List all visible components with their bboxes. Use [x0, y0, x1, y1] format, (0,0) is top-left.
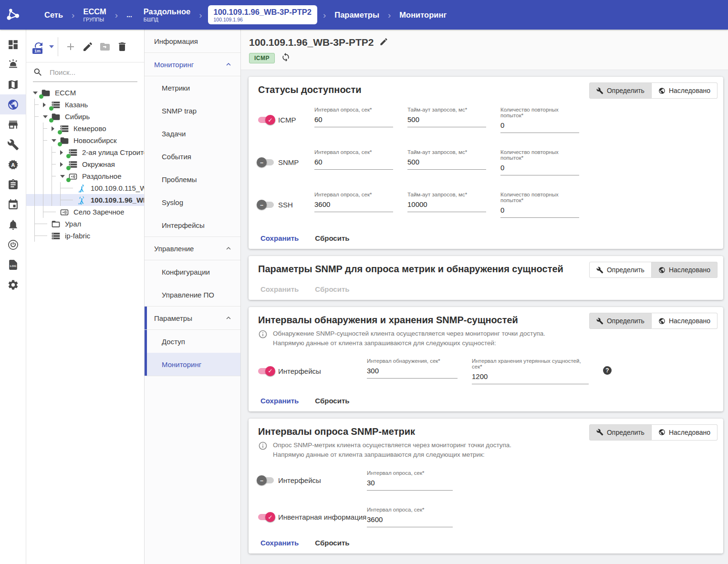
rail-network-globe-icon[interactable]: [0, 94, 26, 114]
menu-dostup[interactable]: Доступ: [145, 330, 240, 353]
breadcrumb-net[interactable]: Сеть: [40, 10, 68, 20]
tree-node-selo-zarechnoe[interactable]: Село Заречное: [26, 206, 144, 218]
rail-settings-icon[interactable]: [0, 275, 26, 295]
menu-interfeysy[interactable]: Интерфейсы: [145, 214, 240, 236]
tree-node-okruzhnaya[interactable]: Окружная: [26, 158, 144, 170]
timeout-input[interactable]: [407, 198, 486, 212]
inherit-button[interactable]: Наследовано: [652, 82, 718, 99]
tree-node-novosibirsk[interactable]: Новосибирск: [26, 134, 144, 146]
rail-alarms-icon[interactable]: [0, 54, 26, 74]
retention-interval-input[interactable]: [472, 370, 589, 384]
menu-konfiguracii[interactable]: Конфигурации: [145, 260, 240, 283]
breadcrumb-ellipsis[interactable]: ...: [122, 11, 137, 19]
breadcrumb-section[interactable]: Параметры: [330, 10, 384, 20]
rail-tasks-clipboard-icon[interactable]: [0, 174, 26, 195]
tree-node-kemerovo[interactable]: Кемерово: [26, 123, 144, 134]
retries-input[interactable]: [500, 161, 579, 175]
menu-sobytiya[interactable]: События: [145, 145, 240, 168]
tree-node-ural[interactable]: Урал: [26, 218, 144, 230]
collapse-icon[interactable]: [33, 92, 41, 94]
menu-monitoring-section[interactable]: Мониторинг: [145, 53, 240, 76]
collapse-icon[interactable]: [43, 115, 51, 118]
rail-notifications-icon[interactable]: [0, 215, 26, 235]
poll-interval-input[interactable]: [314, 113, 393, 127]
tree-node-sibir[interactable]: Сибирь: [26, 111, 144, 123]
icmp-toggle[interactable]: ✓: [258, 117, 274, 123]
menu-upravlenie-po[interactable]: Управление ПО: [145, 283, 240, 306]
add-node-button[interactable]: [65, 41, 76, 52]
menu-syslog[interactable]: Syslog: [145, 191, 240, 214]
reset-button[interactable]: Сбросить: [315, 234, 349, 242]
breadcrumb-page[interactable]: Мониторинг: [395, 10, 451, 20]
menu-monitoring-selected[interactable]: Мониторинг: [145, 353, 240, 376]
app-logo[interactable]: [0, 0, 26, 30]
tree-node-ap-device[interactable]: 100.109.0.115_WB-3: [26, 182, 144, 194]
tree-node-sta-device-selected[interactable]: 100.109.1.96_WB-3P: [26, 194, 144, 206]
tree-node-stroiteley[interactable]: 2-ая улица Строител: [26, 146, 144, 158]
timeout-input[interactable]: [407, 113, 486, 127]
snmp-toggle[interactable]: –: [258, 159, 274, 165]
refresh-dropdown-icon[interactable]: [49, 45, 54, 48]
edit-node-button[interactable]: [82, 41, 94, 52]
poll-interval-input[interactable]: [367, 476, 453, 491]
retries-input[interactable]: [500, 204, 579, 218]
timeout-input[interactable]: [407, 155, 486, 170]
breadcrumb: Сеть › ЕССМ ГРУППЫ › ... Раздольное БШПД…: [40, 5, 451, 25]
save-button[interactable]: Сохранить: [260, 397, 299, 405]
menu-metriki[interactable]: Метрики: [145, 76, 240, 99]
search-input[interactable]: [50, 68, 137, 76]
poll-interval-input[interactable]: [367, 513, 453, 527]
rail-power-icon[interactable]: [0, 235, 26, 255]
reset-button[interactable]: Сбросить: [315, 397, 349, 405]
define-button[interactable]: Определить: [589, 262, 652, 278]
save-button[interactable]: Сохранить: [260, 234, 299, 242]
breadcrumb-device-chip[interactable]: 100.109.1.96_WB-3P-PTP2 100.109.1.96: [208, 5, 317, 25]
collapse-icon[interactable]: [52, 139, 60, 142]
interfaces-toggle[interactable]: ✓: [258, 368, 274, 374]
rail-map-icon[interactable]: [0, 74, 26, 94]
breadcrumb-group[interactable]: ЕССМ ГРУППЫ: [78, 7, 111, 22]
ssh-toggle[interactable]: –: [258, 202, 274, 208]
sync-icon[interactable]: [281, 52, 291, 64]
auto-refresh-button[interactable]: 1m: [33, 41, 45, 53]
rail-dashboard-icon[interactable]: [0, 34, 26, 54]
inherit-button[interactable]: Наследовано: [652, 313, 718, 329]
tree-node-eccm[interactable]: ECCM: [26, 87, 144, 99]
collapse-icon[interactable]: [60, 175, 68, 178]
poll-interval-input[interactable]: [314, 198, 393, 212]
reset-button[interactable]: Сбросить: [315, 539, 349, 547]
interfaces-metric-toggle[interactable]: –: [258, 477, 274, 483]
menu-snmp-trap[interactable]: SNMP trap: [145, 99, 240, 122]
move-node-button[interactable]: [99, 41, 111, 52]
status-dot: [66, 154, 71, 158]
edit-title-icon[interactable]: [379, 37, 388, 48]
rail-security-badge-icon[interactable]: [0, 154, 26, 174]
define-button[interactable]: Определить: [589, 82, 652, 99]
menu-informaciya[interactable]: Информация: [145, 30, 240, 52]
breadcrumb-site[interactable]: Раздольное БШПД: [139, 7, 195, 22]
menu-problemy[interactable]: Проблемы: [145, 168, 240, 191]
menu-upravlenie-section[interactable]: Управление: [145, 237, 240, 260]
discovery-interval-input[interactable]: [367, 364, 458, 379]
inventory-toggle[interactable]: ✓: [258, 514, 274, 520]
save-button[interactable]: Сохранить: [260, 539, 299, 547]
rail-store-icon[interactable]: [0, 114, 26, 134]
reset-button-disabled[interactable]: Сбросить: [315, 285, 349, 293]
help-icon[interactable]: ?: [603, 366, 612, 375]
tree-node-ip-fabric[interactable]: ip-fabric: [26, 230, 144, 242]
rail-logs-icon[interactable]: [0, 255, 26, 275]
menu-parametry-section[interactable]: Параметры: [145, 307, 240, 329]
retries-input[interactable]: [500, 119, 579, 133]
rail-tools-icon[interactable]: [0, 134, 26, 154]
tree-node-kazan[interactable]: Казань: [26, 99, 144, 111]
define-button[interactable]: Определить: [589, 313, 652, 329]
define-button[interactable]: Определить: [589, 424, 652, 441]
delete-node-button[interactable]: [116, 41, 128, 52]
rail-calendar-icon[interactable]: [0, 195, 26, 215]
inherit-button[interactable]: Наследовано: [652, 424, 718, 441]
save-button-disabled[interactable]: Сохранить: [260, 285, 299, 293]
inherit-button[interactable]: Наследовано: [652, 262, 718, 278]
tree-node-razdolnoe[interactable]: Раздольное: [26, 170, 144, 182]
menu-zadachi[interactable]: Задачи: [145, 122, 240, 145]
poll-interval-input[interactable]: [314, 155, 393, 170]
